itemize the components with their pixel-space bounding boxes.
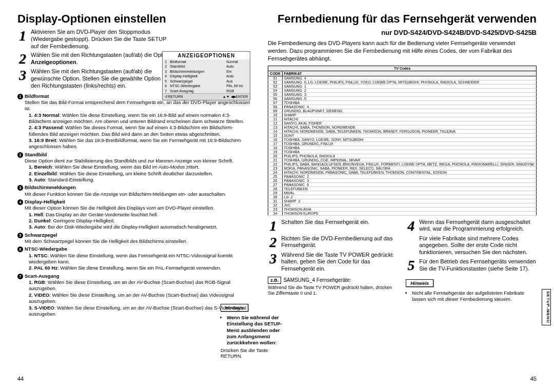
table-row: 04SAMSUNG_2: [268, 88, 537, 92]
step-2: 2 Wählen Sie mit den Richtungstasten (au…: [17, 52, 171, 66]
table-row: 32JVC: [268, 203, 537, 207]
tv-codes-table: TV Codes CODEFABRIKAT 01SAMSUNG_402SAMSU…: [268, 66, 537, 216]
table-row: 28TELEFUNKEN: [268, 187, 537, 191]
detail-7: 7Scart-Ausgang1. RGB: Wählen Sie diese E…: [17, 273, 250, 317]
table-row: 24HITACHI, NORDMENDE, PANASONIC, SABA, T…: [268, 170, 537, 174]
table-row: 25PANASONIC_2: [268, 174, 537, 178]
table-row: 27PANASONIC_6: [268, 182, 537, 187]
table-row: 12SANYO, AKAI, FISHER: [268, 121, 537, 125]
table-row: 03SAMSUNG_1: [268, 84, 537, 88]
table-row: 09GRUNDIG, BLAUPUNKT, SIEMENS: [268, 109, 537, 113]
table-row: 18TOSHIBA: [268, 146, 537, 150]
table-row: 26PANASONIC_3: [268, 178, 537, 182]
table-row: 23NOKIA, PANASONIC, SABA, PIONEER, REX, …: [268, 166, 537, 170]
osd-row: 3BildschirmmeldungenEin: [163, 69, 250, 74]
option-details: 1BildformatStellen Sie das Bild-Format e…: [17, 92, 250, 319]
table-row: 02SAMSUNG_6, LG, LOEWE, PHILIPS, FINLUX,…: [268, 80, 537, 84]
osd-row: 4Display-HelligkeitAuto: [163, 74, 250, 78]
left-title: Display-Optionen einstellen: [17, 12, 250, 26]
manual-spread: Display-Optionen einstellen 1 Aktivieren…: [0, 0, 554, 392]
table-row: 20PHILIPS, PHONOLA, RADIOLA: [268, 154, 537, 158]
table-row: 30LG_2: [268, 195, 537, 199]
table-row: 01SAMSUNG_4: [268, 76, 537, 80]
osd-row: 6NTSC-WiedergabePAL 60 Hz: [163, 84, 250, 88]
osd-row: 5SchwarzpegelAus: [163, 79, 250, 84]
right-hinweis: Hinweis Nicht alle Fernsehgeräte der auf…: [406, 278, 537, 303]
remote-steps: 1Schalten Sie das Fernsehgerät ein. 2Ric…: [268, 219, 537, 303]
table-row: 33THOMSON ASIA: [268, 207, 537, 211]
page-number-right: 45: [530, 376, 537, 382]
table-row: 31SHARP_2: [268, 199, 537, 203]
table-row: 34THOMSON EUROPE: [268, 211, 537, 215]
table-row: 08PANASONIC_4: [268, 105, 537, 109]
right-page: Fernbedienung für das Fernsehgerät verwe…: [261, 12, 537, 382]
return-icon: ↺RETURN: [165, 95, 183, 99]
page-number-left: 44: [17, 376, 24, 382]
osd-row: 7Scart-AusgnagRGB: [163, 89, 250, 93]
left-page: Display-Optionen einstellen 1 Aktivieren…: [17, 12, 261, 382]
right-title: Fernbedienung für das Fernsehgerät verwe…: [268, 12, 537, 26]
table-row: 06SAMSUNG_5: [268, 96, 537, 100]
osd-row: 1BildformatNormal: [163, 59, 250, 64]
example-line: z.B.SAMSUNG_4 Fernsehgeräte:: [268, 277, 399, 284]
osd-title: ANZEIGEOPTIONEN: [163, 52, 250, 59]
step-1: 1 Aktivieren Sie am DVD-Player den Stopp…: [17, 29, 171, 50]
table-row: 19TOSHIBA: [268, 150, 537, 154]
table-row: 14HITACHI, NORDMENDE, SABA, TELEFUNKEN, …: [268, 129, 537, 133]
table-row: 07TOSHIBA: [268, 100, 537, 105]
enter-icon: ▲▼ ◀▶ENTER: [223, 95, 248, 99]
detail-4: 4Display-HelligkeitMit dieser Option kön…: [17, 199, 250, 231]
table-row: 11HITACHI: [268, 117, 537, 121]
table-row: 22PHILIPS, SABA, BANG&OLUFSEN, BRIONVEGA…: [268, 162, 537, 166]
table-row: 29MIVAL: [268, 191, 537, 195]
left-steps: 1 Aktivieren Sie am DVD-Player den Stopp…: [17, 29, 171, 90]
hinweis-tag: Hinweis: [221, 304, 248, 312]
detail-1: 1BildformatStellen Sie das Bild-Format e…: [17, 93, 250, 150]
side-tab: SETUP-MENÜ: [542, 289, 551, 325]
step-3: 3 Wählen Sie mit den Richtungstasten (au…: [17, 68, 171, 89]
detail-5: 5SchwarzpegelMit dem Schwarzpegel können…: [17, 232, 250, 245]
right-intro: Die Fernbedienung des DVD-Players kann a…: [268, 39, 537, 63]
table-row: 15SONY: [268, 133, 537, 137]
detail-2: 2StandbildDiese Option dient zur Stabili…: [17, 152, 250, 183]
table-row: 21TOSHIBA, GRUNDIG, CGE, IMPERIAL, MIVAR: [268, 158, 537, 162]
osd-box: ANZEIGEOPTIONEN 1BildformatNormal2Standb…: [162, 51, 250, 100]
detail-3: 3BildschirmmeldungenMit dieser Funktion …: [17, 184, 250, 197]
table-row: 05SAMSUNG_3: [268, 92, 537, 96]
table-row: 13HITACHI, SABA, THOMSON, NORDMENDE: [268, 125, 537, 129]
detail-6: 6NTSC-Wiedergabe1. NTSC: Wählen Sie dies…: [17, 246, 250, 271]
table-row: 10SHARP: [268, 113, 537, 117]
table-row: 16TOSHIBA, SANYO, LOEWE, SONY, MITSUBISH…: [268, 137, 537, 141]
table-row: 17TOSHIBA, GRUNDIG, FINLUX: [268, 141, 537, 146]
osd-row: 2StandbildAuto: [163, 64, 250, 69]
right-subtitle: nur DVD-S424/DVD-S424B/DVD-S425/DVD-S425…: [268, 29, 537, 36]
